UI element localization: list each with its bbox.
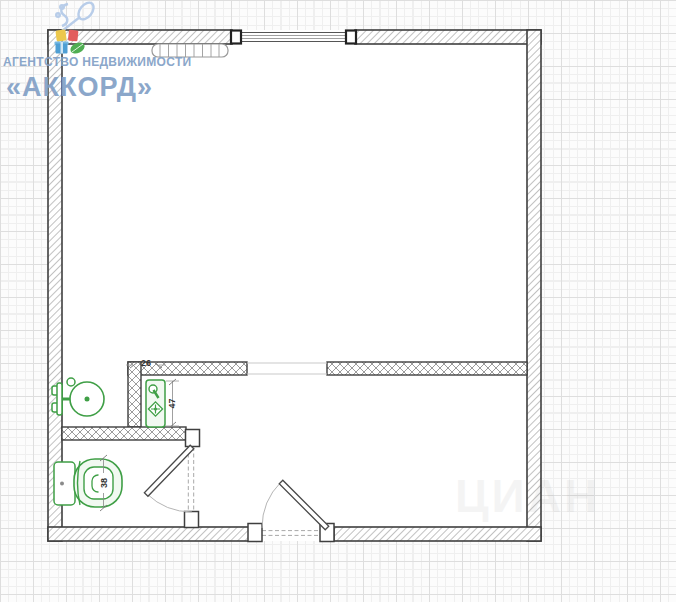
agency-watermark-name: «АККОРД» (6, 72, 153, 103)
top-wall-right (355, 30, 541, 44)
red-tag-icon (68, 30, 79, 42)
window (231, 31, 356, 44)
window-glazing (241, 33, 346, 42)
dim-label-47: 47 (167, 398, 177, 408)
hook-dot (56, 13, 60, 17)
niche-side-wall (128, 362, 141, 427)
wc-wall (62, 427, 186, 440)
wc-door-jamb-bottom (185, 512, 199, 528)
toilet (54, 459, 122, 507)
wc-door-jamb-top (186, 430, 200, 447)
logo-mini-icons (55, 29, 87, 55)
apartment-floor (48, 30, 541, 541)
dim-label-38: 38 (99, 478, 109, 488)
window-post-left (231, 31, 241, 44)
toilet-cistern (54, 462, 75, 505)
dim-label-26: 26 (141, 358, 151, 368)
grid-background: 47 26 38 ЦИАН АГЕНТСТВО НЕДВИЖИМОСТИ «АК… (0, 0, 676, 602)
bottom-wall-left (48, 527, 250, 541)
washbasin-column (57, 383, 62, 415)
yellow-note-icon (55, 29, 66, 41)
shower-tray (146, 380, 165, 427)
toilet-cistern-button (60, 482, 64, 486)
kitchen-utensils-icon (56, 0, 96, 31)
bottom-wall-right (334, 527, 541, 541)
shower-drain-dot (154, 408, 157, 411)
agency-logo-icons (0, 0, 120, 60)
mid-wall-right-segment (327, 362, 527, 375)
entrance-jamb-left (248, 524, 262, 542)
washbasin-drain (85, 397, 90, 402)
faint-watermark: ЦИАН (455, 470, 600, 522)
window-post-right (346, 31, 356, 44)
right-wall (527, 30, 541, 541)
gift-box-ribbon (61, 42, 64, 54)
washbasin-tap (67, 378, 75, 386)
